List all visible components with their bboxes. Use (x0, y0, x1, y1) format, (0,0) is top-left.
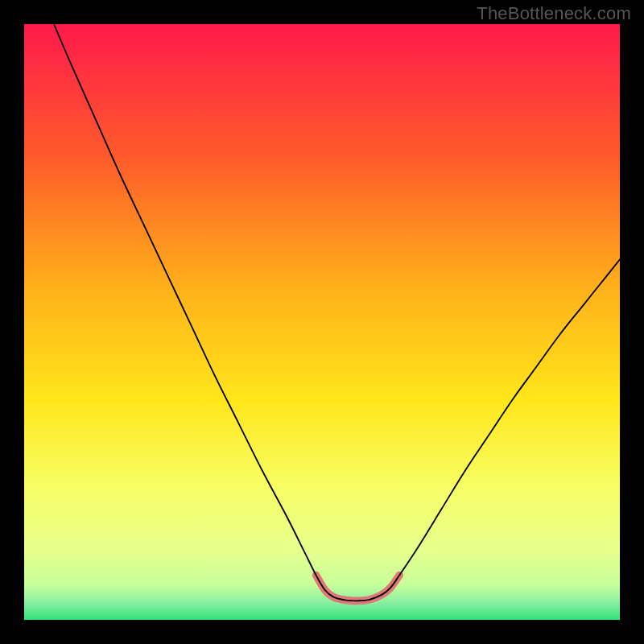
bottleneck-chart (24, 24, 620, 620)
chart-frame: TheBottleneck.com (0, 0, 644, 644)
plot-background (24, 24, 620, 620)
watermark-text: TheBottleneck.com (477, 3, 631, 24)
